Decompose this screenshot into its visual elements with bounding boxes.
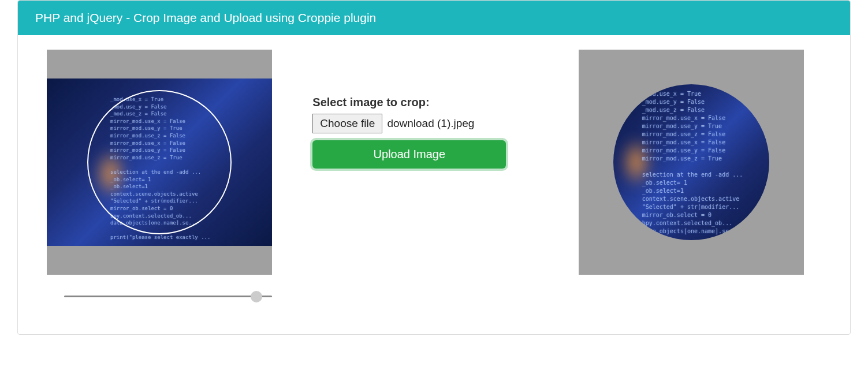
crop-column: _mod.use_x = True _mod.use_y = False _mo…: [47, 50, 289, 300]
image-code-text: _mod.use_x = True _mod.use_y = False _mo…: [110, 96, 210, 246]
selected-file-name: download (1).jpeg: [387, 117, 474, 130]
preview-code-text: _mod.use_x = True _mod.use_y = False _mo…: [642, 90, 754, 240]
panel-header: PHP and jQuery - Crop Image and Upload u…: [18, 1, 850, 35]
form-column: Select image to crop: Choose file downlo…: [312, 50, 555, 300]
crop-viewport[interactable]: _mod.use_x = True _mod.use_y = False _mo…: [47, 50, 272, 275]
preview-viewport: _mod.use_x = True _mod.use_y = False _mo…: [579, 50, 804, 275]
crop-source-image[interactable]: _mod.use_x = True _mod.use_y = False _mo…: [47, 79, 272, 246]
preview-column: _mod.use_x = True _mod.use_y = False _mo…: [579, 50, 821, 300]
select-image-label: Select image to crop:: [312, 96, 555, 109]
main-panel: PHP and jQuery - Crop Image and Upload u…: [17, 0, 851, 335]
file-input-row: Choose file download (1).jpeg: [312, 114, 555, 133]
upload-image-button[interactable]: Upload Image: [312, 140, 506, 169]
zoom-slider[interactable]: [64, 296, 272, 297]
preview-cropped-image: _mod.use_x = True _mod.use_y = False _mo…: [613, 84, 769, 240]
zoom-slider-container: [47, 289, 289, 300]
page-title: PHP and jQuery - Crop Image and Upload u…: [35, 11, 376, 24]
choose-file-button[interactable]: Choose file: [312, 114, 382, 133]
panel-body: _mod.use_x = True _mod.use_y = False _mo…: [18, 35, 850, 334]
